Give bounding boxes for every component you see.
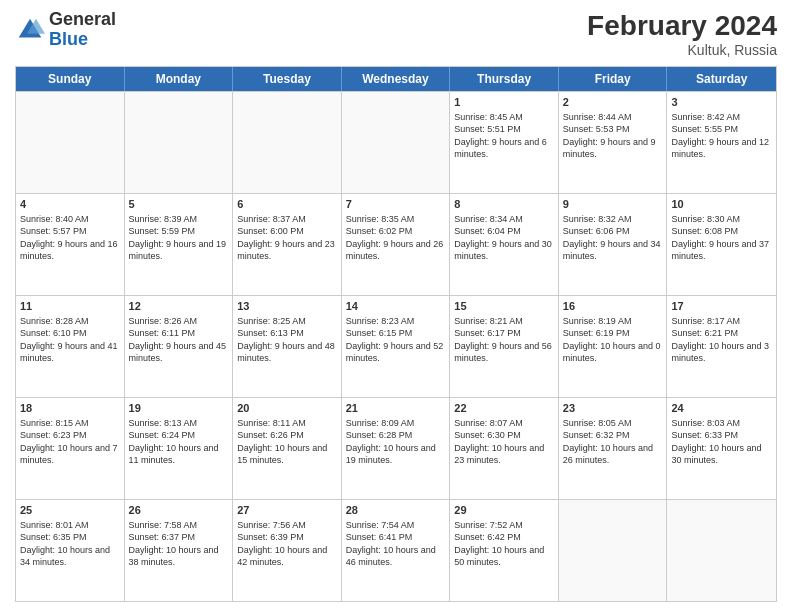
day-number: 24 xyxy=(671,401,772,415)
day-number: 14 xyxy=(346,299,446,313)
cell-text: Sunrise: 8:17 AM Sunset: 6:21 PM Dayligh… xyxy=(671,315,772,364)
cal-row-3: 18Sunrise: 8:15 AM Sunset: 6:23 PM Dayli… xyxy=(16,397,776,499)
day-number: 3 xyxy=(671,95,772,109)
cal-cell-r2-c4: 15Sunrise: 8:21 AM Sunset: 6:17 PM Dayli… xyxy=(450,296,559,397)
day-number: 28 xyxy=(346,503,446,517)
cal-cell-r0-c5: 2Sunrise: 8:44 AM Sunset: 5:53 PM Daylig… xyxy=(559,92,668,193)
day-number: 20 xyxy=(237,401,337,415)
cell-text: Sunrise: 8:32 AM Sunset: 6:06 PM Dayligh… xyxy=(563,213,663,262)
logo-text: General Blue xyxy=(49,10,116,50)
cell-text: Sunrise: 8:40 AM Sunset: 5:57 PM Dayligh… xyxy=(20,213,120,262)
cal-cell-r1-c5: 9Sunrise: 8:32 AM Sunset: 6:06 PM Daylig… xyxy=(559,194,668,295)
day-number: 10 xyxy=(671,197,772,211)
day-number: 25 xyxy=(20,503,120,517)
location: Kultuk, Russia xyxy=(587,42,777,58)
day-number: 15 xyxy=(454,299,554,313)
cell-text: Sunrise: 8:39 AM Sunset: 5:59 PM Dayligh… xyxy=(129,213,229,262)
cell-text: Sunrise: 8:23 AM Sunset: 6:15 PM Dayligh… xyxy=(346,315,446,364)
cal-cell-r4-c0: 25Sunrise: 8:01 AM Sunset: 6:35 PM Dayli… xyxy=(16,500,125,601)
cal-cell-r4-c3: 28Sunrise: 7:54 AM Sunset: 6:41 PM Dayli… xyxy=(342,500,451,601)
day-number: 16 xyxy=(563,299,663,313)
cal-cell-r4-c5 xyxy=(559,500,668,601)
day-number: 23 xyxy=(563,401,663,415)
day-number: 17 xyxy=(671,299,772,313)
cal-cell-r3-c4: 22Sunrise: 8:07 AM Sunset: 6:30 PM Dayli… xyxy=(450,398,559,499)
cell-text: Sunrise: 7:56 AM Sunset: 6:39 PM Dayligh… xyxy=(237,519,337,568)
cell-text: Sunrise: 8:30 AM Sunset: 6:08 PM Dayligh… xyxy=(671,213,772,262)
cal-cell-r4-c6 xyxy=(667,500,776,601)
header: General Blue February 2024 Kultuk, Russi… xyxy=(15,10,777,58)
cal-cell-r2-c0: 11Sunrise: 8:28 AM Sunset: 6:10 PM Dayli… xyxy=(16,296,125,397)
cell-text: Sunrise: 8:37 AM Sunset: 6:00 PM Dayligh… xyxy=(237,213,337,262)
cal-cell-r2-c1: 12Sunrise: 8:26 AM Sunset: 6:11 PM Dayli… xyxy=(125,296,234,397)
cell-text: Sunrise: 8:07 AM Sunset: 6:30 PM Dayligh… xyxy=(454,417,554,466)
header-thursday: Thursday xyxy=(450,67,559,91)
logo-blue: Blue xyxy=(49,30,116,50)
cal-cell-r0-c4: 1Sunrise: 8:45 AM Sunset: 5:51 PM Daylig… xyxy=(450,92,559,193)
cell-text: Sunrise: 8:15 AM Sunset: 6:23 PM Dayligh… xyxy=(20,417,120,466)
cal-cell-r1-c3: 7Sunrise: 8:35 AM Sunset: 6:02 PM Daylig… xyxy=(342,194,451,295)
cal-row-1: 4Sunrise: 8:40 AM Sunset: 5:57 PM Daylig… xyxy=(16,193,776,295)
cell-text: Sunrise: 8:26 AM Sunset: 6:11 PM Dayligh… xyxy=(129,315,229,364)
day-number: 6 xyxy=(237,197,337,211)
day-number: 8 xyxy=(454,197,554,211)
calendar-header: Sunday Monday Tuesday Wednesday Thursday… xyxy=(16,67,776,91)
cal-cell-r3-c0: 18Sunrise: 8:15 AM Sunset: 6:23 PM Dayli… xyxy=(16,398,125,499)
cell-text: Sunrise: 7:58 AM Sunset: 6:37 PM Dayligh… xyxy=(129,519,229,568)
header-saturday: Saturday xyxy=(667,67,776,91)
page: General Blue February 2024 Kultuk, Russi… xyxy=(0,0,792,612)
cal-cell-r2-c6: 17Sunrise: 8:17 AM Sunset: 6:21 PM Dayli… xyxy=(667,296,776,397)
month-year: February 2024 xyxy=(587,10,777,42)
day-number: 12 xyxy=(129,299,229,313)
logo: General Blue xyxy=(15,10,116,50)
title-block: February 2024 Kultuk, Russia xyxy=(587,10,777,58)
day-number: 7 xyxy=(346,197,446,211)
day-number: 5 xyxy=(129,197,229,211)
cal-cell-r3-c2: 20Sunrise: 8:11 AM Sunset: 6:26 PM Dayli… xyxy=(233,398,342,499)
day-number: 21 xyxy=(346,401,446,415)
day-number: 18 xyxy=(20,401,120,415)
header-friday: Friday xyxy=(559,67,668,91)
cal-cell-r1-c2: 6Sunrise: 8:37 AM Sunset: 6:00 PM Daylig… xyxy=(233,194,342,295)
day-number: 22 xyxy=(454,401,554,415)
day-number: 9 xyxy=(563,197,663,211)
day-number: 4 xyxy=(20,197,120,211)
cell-text: Sunrise: 8:44 AM Sunset: 5:53 PM Dayligh… xyxy=(563,111,663,160)
cell-text: Sunrise: 8:25 AM Sunset: 6:13 PM Dayligh… xyxy=(237,315,337,364)
cell-text: Sunrise: 8:34 AM Sunset: 6:04 PM Dayligh… xyxy=(454,213,554,262)
cell-text: Sunrise: 8:21 AM Sunset: 6:17 PM Dayligh… xyxy=(454,315,554,364)
calendar: Sunday Monday Tuesday Wednesday Thursday… xyxy=(15,66,777,602)
cal-cell-r3-c5: 23Sunrise: 8:05 AM Sunset: 6:32 PM Dayli… xyxy=(559,398,668,499)
cal-cell-r4-c1: 26Sunrise: 7:58 AM Sunset: 6:37 PM Dayli… xyxy=(125,500,234,601)
cal-cell-r2-c2: 13Sunrise: 8:25 AM Sunset: 6:13 PM Dayli… xyxy=(233,296,342,397)
cal-cell-r1-c1: 5Sunrise: 8:39 AM Sunset: 5:59 PM Daylig… xyxy=(125,194,234,295)
cell-text: Sunrise: 8:13 AM Sunset: 6:24 PM Dayligh… xyxy=(129,417,229,466)
cal-cell-r3-c3: 21Sunrise: 8:09 AM Sunset: 6:28 PM Dayli… xyxy=(342,398,451,499)
cal-cell-r1-c4: 8Sunrise: 8:34 AM Sunset: 6:04 PM Daylig… xyxy=(450,194,559,295)
cal-cell-r0-c6: 3Sunrise: 8:42 AM Sunset: 5:55 PM Daylig… xyxy=(667,92,776,193)
cell-text: Sunrise: 8:09 AM Sunset: 6:28 PM Dayligh… xyxy=(346,417,446,466)
cell-text: Sunrise: 7:54 AM Sunset: 6:41 PM Dayligh… xyxy=(346,519,446,568)
logo-general: General xyxy=(49,10,116,30)
cell-text: Sunrise: 8:28 AM Sunset: 6:10 PM Dayligh… xyxy=(20,315,120,364)
cal-cell-r2-c5: 16Sunrise: 8:19 AM Sunset: 6:19 PM Dayli… xyxy=(559,296,668,397)
cell-text: Sunrise: 8:05 AM Sunset: 6:32 PM Dayligh… xyxy=(563,417,663,466)
cal-row-2: 11Sunrise: 8:28 AM Sunset: 6:10 PM Dayli… xyxy=(16,295,776,397)
cal-cell-r4-c2: 27Sunrise: 7:56 AM Sunset: 6:39 PM Dayli… xyxy=(233,500,342,601)
cell-text: Sunrise: 8:03 AM Sunset: 6:33 PM Dayligh… xyxy=(671,417,772,466)
cal-cell-r3-c1: 19Sunrise: 8:13 AM Sunset: 6:24 PM Dayli… xyxy=(125,398,234,499)
day-number: 26 xyxy=(129,503,229,517)
cal-cell-r1-c0: 4Sunrise: 8:40 AM Sunset: 5:57 PM Daylig… xyxy=(16,194,125,295)
header-monday: Monday xyxy=(125,67,234,91)
cell-text: Sunrise: 8:45 AM Sunset: 5:51 PM Dayligh… xyxy=(454,111,554,160)
cal-cell-r4-c4: 29Sunrise: 7:52 AM Sunset: 6:42 PM Dayli… xyxy=(450,500,559,601)
cal-cell-r0-c1 xyxy=(125,92,234,193)
cal-cell-r3-c6: 24Sunrise: 8:03 AM Sunset: 6:33 PM Dayli… xyxy=(667,398,776,499)
cal-cell-r0-c3 xyxy=(342,92,451,193)
cal-cell-r0-c2 xyxy=(233,92,342,193)
cal-cell-r1-c6: 10Sunrise: 8:30 AM Sunset: 6:08 PM Dayli… xyxy=(667,194,776,295)
cal-cell-r2-c3: 14Sunrise: 8:23 AM Sunset: 6:15 PM Dayli… xyxy=(342,296,451,397)
day-number: 27 xyxy=(237,503,337,517)
cal-cell-r0-c0 xyxy=(16,92,125,193)
cell-text: Sunrise: 7:52 AM Sunset: 6:42 PM Dayligh… xyxy=(454,519,554,568)
